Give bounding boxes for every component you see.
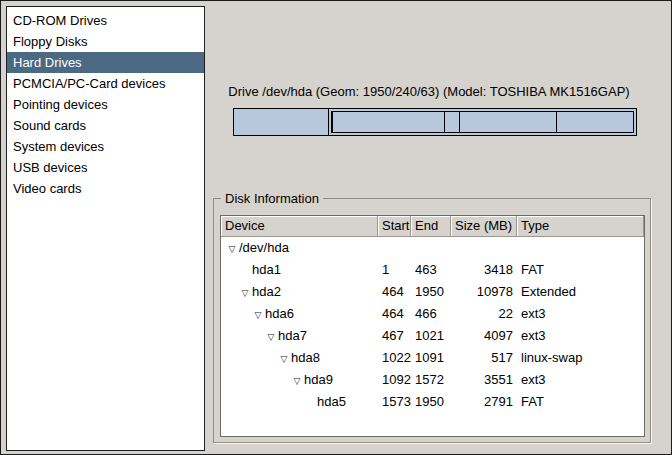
device-name-label: /dev/hda (239, 237, 289, 259)
cell-end: 463 (411, 259, 451, 281)
table-row-hda6[interactable]: ▽hda646446622ext3 (221, 303, 644, 325)
sidebar-item-sound-cards[interactable]: Sound cards (7, 115, 204, 136)
hardware-browser-window: CD-ROM DrivesFloppy DisksHard DrivesPCMC… (0, 0, 672, 455)
partition-hda8 (445, 112, 459, 132)
cell-device: ▽hda7 (221, 325, 378, 347)
column-header-type[interactable]: Type (517, 216, 644, 237)
disk-information-table: DeviceStartEndSize (MB)Type ▽/dev/hdahda… (220, 215, 645, 437)
cell-start: 464 (378, 303, 411, 325)
partition-hda7 (333, 112, 445, 132)
cell-end: 466 (411, 303, 451, 325)
disk-information-frame-label: Disk Information (221, 191, 323, 206)
cell-start: 1092 (378, 369, 411, 391)
cell-type: ext3 (517, 369, 644, 391)
cell-size: 3418 (451, 259, 517, 281)
expander-icon[interactable]: ▽ (238, 282, 252, 303)
cell-device: hda1 (221, 259, 378, 281)
table-row-hda2[interactable]: ▽hda2464195010978Extended (221, 281, 644, 303)
column-header-end[interactable]: End (411, 216, 451, 237)
cell-start: 1022 (378, 347, 411, 369)
cell-size (451, 237, 517, 259)
table-body: ▽/dev/hdahda114633418FAT▽hda246419501097… (221, 237, 644, 413)
cell-size: 2791 (451, 391, 517, 413)
drive-description-label: Drive /dev/hda (Geom: 1950/240/63) (Mode… (213, 84, 645, 99)
sidebar-item-video-cards[interactable]: Video cards (7, 178, 204, 199)
device-name-label: hda6 (265, 303, 294, 325)
cell-type: ext3 (517, 325, 644, 347)
sidebar-item-floppy-disks[interactable]: Floppy Disks (7, 31, 204, 52)
expander-icon[interactable]: ▽ (264, 326, 278, 347)
cell-end: 1950 (411, 391, 451, 413)
cell-end: 1091 (411, 347, 451, 369)
expander-icon[interactable]: ▽ (290, 370, 304, 391)
cell-type (517, 237, 644, 259)
table-row-hda9[interactable]: ▽hda9109215723551ext3 (221, 369, 644, 391)
table-row-hda5[interactable]: hda5157319502791FAT (221, 391, 644, 413)
cell-start (378, 237, 411, 259)
extended-partition-inner (331, 111, 634, 133)
column-header-size-mb[interactable]: Size (MB) (451, 216, 517, 237)
cell-device: ▽hda2 (221, 281, 378, 303)
cell-type: linux-swap (517, 347, 644, 369)
device-name-label: hda7 (278, 325, 307, 347)
cell-device: ▽hda6 (221, 303, 378, 325)
column-header-start[interactable]: Start (378, 216, 411, 237)
column-header-device[interactable]: Device (221, 216, 378, 237)
device-category-list: CD-ROM DrivesFloppy DisksHard DrivesPCMC… (6, 6, 205, 451)
expander-icon[interactable]: ▽ (225, 238, 239, 259)
cell-size: 3551 (451, 369, 517, 391)
cell-size: 10978 (451, 281, 517, 303)
cell-end: 1572 (411, 369, 451, 391)
cell-device: ▽/dev/hda (221, 237, 378, 259)
cell-end: 1950 (411, 281, 451, 303)
partition-bar (233, 108, 637, 136)
table-row-hda8[interactable]: ▽hda810221091517linux-swap (221, 347, 644, 369)
table-row-hda1[interactable]: hda114633418FAT (221, 259, 644, 281)
device-name-label: hda2 (252, 281, 281, 303)
table-row-dev-hda[interactable]: ▽/dev/hda (221, 237, 644, 259)
cell-size: 4097 (451, 325, 517, 347)
partition-hda9 (460, 112, 557, 132)
sidebar-item-pcmcia-pc-card-devices[interactable]: PCMCIA/PC-Card devices (7, 73, 204, 94)
cell-end (411, 237, 451, 259)
cell-device: hda5 (221, 391, 378, 413)
device-name-label: hda8 (291, 347, 320, 369)
cell-type: FAT (517, 391, 644, 413)
cell-size: 517 (451, 347, 517, 369)
cell-type: Extended (517, 281, 644, 303)
partition-hda1 (234, 109, 329, 135)
expander-icon[interactable]: ▽ (251, 304, 265, 325)
cell-type: ext3 (517, 303, 644, 325)
sidebar-item-pointing-devices[interactable]: Pointing devices (7, 94, 204, 115)
cell-type: FAT (517, 259, 644, 281)
sidebar-item-usb-devices[interactable]: USB devices (7, 157, 204, 178)
device-name-label: hda5 (317, 391, 346, 413)
cell-start: 1 (378, 259, 411, 281)
table-header-row: DeviceStartEndSize (MB)Type (221, 216, 644, 237)
expander-icon[interactable]: ▽ (277, 348, 291, 369)
sidebar-item-hard-drives[interactable]: Hard Drives (7, 52, 204, 73)
table-row-hda7[interactable]: ▽hda746710214097ext3 (221, 325, 644, 347)
cell-end: 1021 (411, 325, 451, 347)
device-name-label: hda1 (252, 259, 281, 281)
cell-start: 467 (378, 325, 411, 347)
partition-hda5 (557, 112, 633, 132)
partition-hda2 (329, 109, 636, 135)
device-name-label: hda9 (304, 369, 333, 391)
sidebar-item-system-devices[interactable]: System devices (7, 136, 204, 157)
cell-start: 464 (378, 281, 411, 303)
cell-start: 1573 (378, 391, 411, 413)
cell-device: ▽hda8 (221, 347, 378, 369)
cell-device: ▽hda9 (221, 369, 378, 391)
cell-size: 22 (451, 303, 517, 325)
sidebar-item-cd-rom-drives[interactable]: CD-ROM Drives (7, 10, 204, 31)
